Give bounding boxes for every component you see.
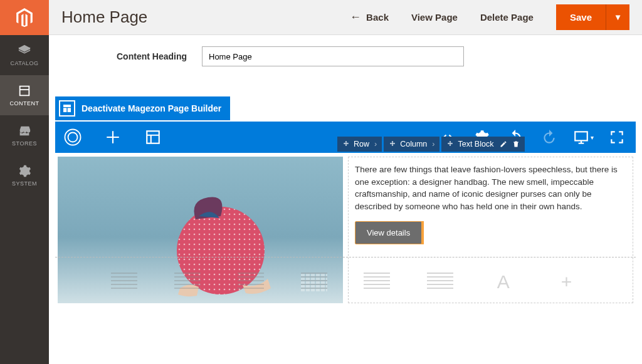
sidebar-label: STORES	[12, 140, 37, 147]
admin-sidebar: CATALOG CONTENT STORES SYSTEM	[0, 0, 49, 364]
crumb-label: Text Block	[458, 140, 493, 148]
save-dropdown-button[interactable]: ▼	[606, 4, 629, 30]
delete-page-button[interactable]: Delete Page	[480, 12, 534, 23]
content-heading-field: Content Heading	[112, 46, 636, 66]
svg-rect-3	[575, 132, 587, 140]
crumb-label: Row	[354, 140, 369, 148]
layout-icon	[59, 100, 75, 117]
columns-element-icon[interactable]	[364, 273, 390, 291]
view-details-button[interactable]: View details	[355, 221, 422, 244]
add-element-icon[interactable]: +	[554, 273, 580, 291]
sidebar-item-system[interactable]: SYSTEM	[0, 155, 49, 195]
sidebar-label: SYSTEM	[12, 180, 37, 187]
sidebar-label: CATALOG	[10, 60, 38, 66]
text-element-icon[interactable]	[174, 273, 201, 291]
page-title: Home Page	[61, 8, 350, 27]
deactivate-builder-button[interactable]: Deactivate Magezon Page Builder	[55, 96, 230, 120]
sidebar-item-content[interactable]: CONTENT	[0, 75, 49, 115]
svg-point-0	[65, 130, 81, 145]
chevron-right-icon: ›	[432, 140, 434, 148]
view-page-button[interactable]: View Page	[411, 12, 458, 23]
move-icon	[446, 140, 454, 148]
templates-button[interactable]	[142, 126, 164, 148]
back-label: Back	[366, 12, 389, 23]
arrow-left-icon: ←	[350, 11, 361, 24]
sidebar-item-catalog[interactable]: CATALOG	[0, 35, 49, 75]
add-element-button[interactable]	[102, 126, 124, 148]
sidebar-label: CONTENT	[10, 100, 39, 107]
builder-canvas: Row › Column › Text Block	[55, 154, 636, 306]
page-header: Home Page ← Back View Page Delete Page S…	[49, 0, 642, 35]
main-content: Content Heading Deactivate Magezon Page …	[49, 35, 642, 364]
move-icon	[389, 140, 396, 148]
builder-logo-icon[interactable]	[61, 126, 84, 148]
fullscreen-button[interactable]	[606, 126, 628, 148]
save-button-group: Save ▼	[556, 4, 629, 30]
redo-button[interactable]	[538, 126, 560, 148]
crumb-column[interactable]: Column ›	[384, 137, 439, 152]
magento-logo[interactable]	[0, 0, 49, 35]
columns-element-icon[interactable]	[427, 273, 453, 291]
svg-rect-2	[147, 131, 159, 143]
crumb-label: Column	[400, 140, 427, 148]
columns-element-icon[interactable]	[301, 273, 327, 291]
viewport-button[interactable]: ▾	[572, 126, 594, 148]
text-block-content: There are few things that leave fashion-…	[355, 164, 626, 212]
deactivate-label: Deactivate Magezon Page Builder	[82, 103, 221, 113]
header-actions: ← Back View Page Delete Page Save ▼	[350, 4, 629, 30]
crumb-text-block[interactable]: Text Block	[441, 137, 525, 152]
text-element-icon[interactable]	[238, 273, 264, 291]
elements-placeholder-row: A +	[55, 257, 636, 306]
crumb-actions	[500, 140, 520, 148]
trash-icon[interactable]	[512, 140, 520, 148]
chevron-right-icon: ›	[374, 140, 377, 148]
page-builder: Deactivate Magezon Page Builder ▾	[55, 96, 636, 306]
pencil-icon[interactable]	[500, 140, 507, 148]
heading-element-icon[interactable]: A	[490, 273, 517, 291]
sidebar-item-stores[interactable]: STORES	[0, 115, 49, 155]
caret-down-icon: ▼	[614, 13, 622, 22]
svg-point-1	[68, 133, 78, 142]
move-icon	[342, 140, 350, 148]
content-heading-input[interactable]	[202, 46, 464, 66]
back-button[interactable]: ← Back	[350, 11, 389, 24]
text-element-icon[interactable]	[111, 273, 137, 291]
crumb-row[interactable]: Row ›	[337, 137, 382, 152]
content-heading-label: Content Heading	[112, 51, 187, 61]
element-breadcrumb: Row › Column › Text Block	[337, 137, 527, 152]
save-button[interactable]: Save	[556, 4, 606, 30]
